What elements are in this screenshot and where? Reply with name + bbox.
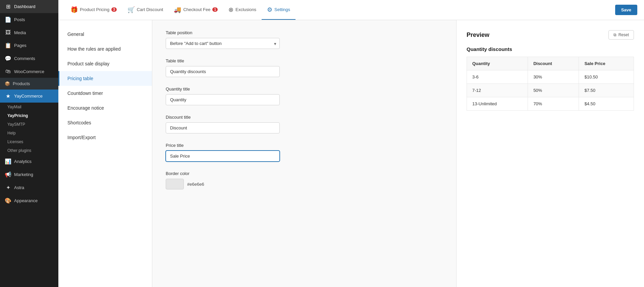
sidebar-item-help[interactable]: Help: [0, 129, 58, 137]
border-color-group: Border color #e6e6e6: [166, 171, 443, 189]
subnav-item-pricing-table[interactable]: Pricing table: [58, 71, 152, 86]
cell-discount: 70%: [528, 97, 579, 111]
product-pricing-badge: 3: [111, 7, 117, 12]
sidebar-item-marketing[interactable]: 📢 Marketing: [0, 168, 58, 181]
pricing-table: Quantity Discount Sale Price 3-630%$10.5…: [467, 57, 634, 111]
sidebar-item-label: Dashboard: [14, 4, 36, 9]
subnav-item-encourage-notice[interactable]: Encourage notice: [58, 101, 152, 115]
tab-label: Cart Discount: [137, 7, 163, 12]
sidebar-item-label: YayCommerce: [14, 94, 43, 99]
sidebar-item-licenses[interactable]: Licenses: [0, 137, 58, 146]
cell-sale_price: $7.50: [579, 84, 634, 97]
tab-label: Checkout Fee: [183, 7, 210, 12]
save-button[interactable]: Save: [615, 5, 637, 15]
table-position-select-wrapper: Before "Add to cart" buttonAfter "Add to…: [166, 38, 280, 49]
tab-checkout-fee[interactable]: 🚚 Checkout Fee 1: [168, 0, 223, 20]
preview-title: Preview: [467, 32, 489, 39]
content-area: General How the rules are applied Produc…: [58, 20, 644, 287]
cell-sale_price: $4.50: [579, 97, 634, 111]
tab-label: Settings: [274, 7, 290, 12]
checkout-fee-icon: 🚚: [174, 6, 181, 13]
sidebar-item-label: Astra: [14, 185, 24, 190]
border-color-label: Border color: [166, 171, 443, 176]
sidebar-item-pages[interactable]: 📋 Pages: [0, 39, 58, 52]
tab-cart-discount[interactable]: 🛒 Cart Discount: [122, 0, 169, 20]
quantity-title-input[interactable]: [166, 94, 280, 105]
woocommerce-icon: 🛍: [5, 68, 11, 74]
cell-discount: 50%: [528, 84, 579, 97]
sidebar-item-other-plugins[interactable]: Other plugins: [0, 146, 58, 155]
border-color-swatch[interactable]: [166, 179, 184, 189]
sidebar-item-yaysmtp[interactable]: YaySMTP: [0, 120, 58, 129]
border-color-row: #e6e6e6: [166, 179, 280, 189]
preview-header: Preview ⧉ Reset: [467, 30, 634, 40]
subnav-item-how-rules[interactable]: How the rules are applied: [58, 42, 152, 56]
subnav: General How the rules are applied Produc…: [58, 20, 152, 287]
quantity-title-label: Quantity title: [166, 87, 443, 92]
sidebar-item-media[interactable]: 🖼 Media: [0, 26, 58, 39]
col-header-sale-price: Sale Price: [579, 57, 634, 70]
tab-label: Exclusions: [235, 7, 256, 12]
table-row: 13-Unlimited70%$4.50: [467, 97, 634, 111]
subnav-item-general[interactable]: General: [58, 27, 152, 42]
price-title-group: Price title: [166, 143, 443, 162]
comments-icon: 💬: [5, 55, 11, 62]
sidebar-item-comments[interactable]: 💬 Comments: [0, 52, 58, 65]
preview-area: Preview ⧉ Reset Quantity discounts Quant…: [456, 20, 644, 287]
sidebar-item-appearance[interactable]: 🎨 Appearance: [0, 194, 58, 207]
price-title-input[interactable]: [166, 151, 280, 162]
table-title-label: Table title: [166, 58, 443, 63]
tab-label: Product Pricing: [80, 7, 109, 12]
sidebar-item-posts[interactable]: 📄 Posts: [0, 13, 58, 26]
table-position-select[interactable]: Before "Add to cart" buttonAfter "Add to…: [166, 38, 280, 49]
tab-exclusions[interactable]: ⊗ Exclusions: [223, 0, 262, 20]
subnav-item-product-sale-display[interactable]: Product sale display: [58, 56, 152, 71]
exclusions-icon: ⊗: [228, 6, 233, 13]
subnav-item-countdown-timer[interactable]: Countdown timer: [58, 86, 152, 101]
table-row: 7-1250%$7.50: [467, 84, 634, 97]
price-title-label: Price title: [166, 143, 443, 148]
sidebar-item-label: Comments: [14, 56, 35, 61]
cart-discount-icon: 🛒: [127, 6, 135, 13]
table-position-group: Table position Before "Add to cart" butt…: [166, 30, 443, 49]
sidebar-item-label: Appearance: [14, 198, 38, 203]
table-title-group: Table title: [166, 58, 443, 77]
help-label: Help: [7, 131, 16, 135]
yaymail-label: YayMail: [7, 105, 21, 109]
analytics-icon: 📊: [5, 158, 11, 165]
sidebar-item-woocommerce[interactable]: 🛍 WooCommerce: [0, 65, 58, 78]
main-content: 🎁 Product Pricing 3 🛒 Cart Discount 🚚 Ch…: [58, 0, 644, 287]
sidebar-item-label: Analytics: [14, 159, 32, 164]
yaycommerce-icon: ★: [5, 93, 11, 99]
sidebar-item-astra[interactable]: ✦ Astra: [0, 181, 58, 194]
discount-title-input[interactable]: [166, 122, 280, 133]
form-area: Table position Before "Add to cart" butt…: [152, 20, 456, 287]
table-title-input[interactable]: [166, 66, 280, 77]
cell-quantity: 13-Unlimited: [467, 97, 528, 111]
licenses-label: Licenses: [7, 139, 23, 144]
table-row: 3-630%$10.50: [467, 70, 634, 84]
other-plugins-label: Other plugins: [7, 148, 31, 153]
sidebar-item-analytics[interactable]: 📊 Analytics: [0, 155, 58, 168]
sidebar-item-products[interactable]: 📦 Products: [0, 78, 58, 90]
quantity-title-group: Quantity title: [166, 87, 443, 105]
sidebar-item-yaypricing[interactable]: YayPricing: [0, 111, 58, 120]
cell-quantity: 7-12: [467, 84, 528, 97]
sidebar-item-dashboard[interactable]: ⊞ Dashboard: [0, 0, 58, 13]
media-icon: 🖼: [5, 30, 11, 36]
tab-product-pricing[interactable]: 🎁 Product Pricing 3: [65, 0, 122, 20]
discount-title-label: Discount title: [166, 115, 443, 120]
tab-settings[interactable]: ⚙ Settings: [262, 0, 296, 20]
subnav-item-import-export[interactable]: Import/Export: [58, 130, 152, 145]
reset-button[interactable]: ⧉ Reset: [608, 30, 634, 40]
sidebar-item-yaymail[interactable]: YayMail: [0, 103, 58, 111]
products-icon: 📦: [5, 81, 10, 86]
table-position-label: Table position: [166, 30, 443, 35]
yaypricing-label: YayPricing: [7, 113, 28, 118]
sidebar-item-yaycommerce[interactable]: ★ YayCommerce: [0, 90, 58, 103]
product-pricing-icon: 🎁: [70, 6, 78, 13]
astra-icon: ✦: [5, 184, 11, 191]
cell-discount: 30%: [528, 70, 579, 84]
sidebar-item-label: WooCommerce: [14, 69, 44, 74]
subnav-item-shortcodes[interactable]: Shortcodes: [58, 115, 152, 130]
